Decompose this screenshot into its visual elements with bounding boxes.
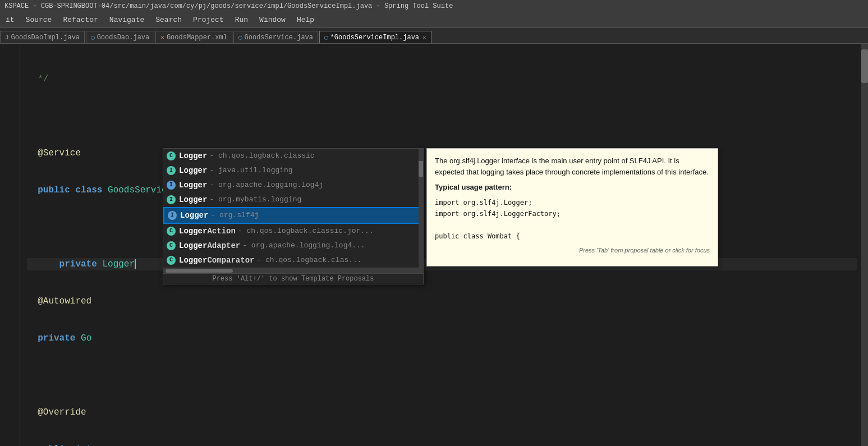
code-line-8: private Go <box>27 332 857 344</box>
menu-navigate[interactable]: Navigate <box>104 12 150 27</box>
line-num <box>4 73 17 85</box>
ac-pkg-logback: - ch.qos.logback.classic <box>209 150 314 162</box>
code-line-7: @Autowired <box>27 295 857 307</box>
ac-name-slf4j: Logger <box>180 209 208 222</box>
ac-pkg-log4j: - org.apache.logging.log4j <box>209 179 323 191</box>
line-num <box>4 48 17 61</box>
ac-pkg-mybatis: - org.mybatis.logging <box>209 194 301 206</box>
line-num <box>4 147 17 159</box>
title-text: KSPACE - CGB-SPRINGBOOT-04/src/main/java… <box>4 2 453 10</box>
line-num <box>4 85 17 98</box>
autocomplete-list: C Logger - ch.qos.logback.classic I Logg… <box>163 149 423 268</box>
ac-icon-log4j: I <box>167 181 176 190</box>
code-line-10: @Override <box>27 406 857 419</box>
ac-icon-logback: C <box>167 151 176 160</box>
ac-pkg-loggercomparator: - ch.qos.logback.clas... <box>256 254 361 266</box>
menu-help[interactable]: Help <box>291 12 320 27</box>
code-line-11: public int <box>27 443 857 446</box>
ac-vscrollbar[interactable] <box>419 149 423 268</box>
ac-pkg-loggeraction: - ch.qos.logback.classic.jor... <box>238 225 374 237</box>
ac-item-logger-log4j[interactable]: I Logger - org.apache.logging.log4j <box>163 178 423 192</box>
ac-name-loggeraction: LoggerAction <box>179 225 236 237</box>
ac-pkg-java: - java.util.logging <box>209 164 292 177</box>
tab-goodsdao[interactable]: ◯ GoodsDao.java <box>86 31 154 43</box>
ac-pkg-loggeradapter: - org.apache.logging.log4... <box>242 240 365 252</box>
ac-pkg-slf4j: - org.slf4j <box>210 209 259 222</box>
ac-item-loggeraction[interactable]: C LoggerAction - ch.qos.logback.classic.… <box>163 224 423 238</box>
doc-code-3 <box>435 220 710 230</box>
line-num <box>4 135 17 147</box>
line-num <box>4 172 17 184</box>
tab-bar: J GoodsDaoImpl.java ◯ GoodsDao.java ✕ Go… <box>0 28 868 44</box>
doc-typical-usage-title: Typical usage pattern: <box>435 182 710 193</box>
ac-name-mybatis: Logger <box>179 194 207 206</box>
tab-goodsserviceimpl[interactable]: ◯ *GoodsServiceImpl.java ✕ <box>319 31 431 43</box>
ac-vscrollbar-thumb[interactable] <box>419 161 423 177</box>
ac-icon-loggeradapter: C <box>167 241 176 250</box>
line-num <box>4 122 17 135</box>
menu-refactor[interactable]: Refactor <box>57 12 103 27</box>
ac-item-logger-java[interactable]: I Logger - java.util.logging <box>163 163 423 178</box>
doc-hint: Press 'Tab' from proposal table or click… <box>435 246 710 255</box>
line-num <box>4 61 17 73</box>
code-line-2 <box>27 110 857 122</box>
doc-popup: The org.slf4j.Logger interface is the ma… <box>426 148 718 266</box>
tab-label-goodsmapper: GoodsMapper.xml <box>167 34 227 42</box>
menu-source[interactable]: Source <box>20 12 58 27</box>
ac-item-logger-logback[interactable]: C Logger - ch.qos.logback.classic <box>163 149 423 163</box>
tab-goodsservice[interactable]: ◯ GoodsService.java <box>233 31 318 43</box>
ac-item-logger-mybatis[interactable]: I Logger - org.mybatis.logging <box>163 192 423 207</box>
editor-area: */ @Service public class GoodsServiceImp… <box>0 44 868 446</box>
tab-label-goodsservice: GoodsService.java <box>245 34 313 42</box>
line-numbers <box>0 44 20 446</box>
ac-hscrollbar-thumb[interactable] <box>166 269 233 273</box>
vertical-scrollbar[interactable] <box>861 44 868 446</box>
ac-icon-java: I <box>167 166 176 175</box>
ac-icon-mybatis: I <box>167 195 176 204</box>
tab-label-goodsserviceimpl: *GoodsServiceImpl.java <box>330 34 419 42</box>
tab-goodsdao-impl[interactable]: J GoodsDaoImpl.java <box>0 31 85 43</box>
ac-icon-slf4j: I <box>168 211 177 220</box>
ac-name-java: Logger <box>179 164 207 177</box>
ac-item-loggeradapter[interactable]: C LoggerAdapter - org.apache.logging.log… <box>163 238 423 253</box>
line-num <box>4 209 17 221</box>
ac-icon-loggeraction: C <box>167 227 176 236</box>
title-bar: KSPACE - CGB-SPRINGBOOT-04/src/main/java… <box>0 0 868 12</box>
line-num <box>4 221 17 233</box>
doc-code-1: import org.slf4j.Logger; <box>435 197 710 208</box>
menu-project[interactable]: Project <box>187 12 229 27</box>
menu-bar: it Source Refactor Navigate Search Proje… <box>0 12 868 28</box>
line-num <box>4 196 17 209</box>
doc-code-4: public class Wombat { <box>435 231 710 241</box>
autocomplete-popup[interactable]: C Logger - ch.qos.logback.classic I Logg… <box>163 148 424 284</box>
tab-label-goodsdaoimpl: GoodsDaoImpl.java <box>11 34 80 42</box>
tab-icon-goodsserviceimpl: ◯ <box>324 34 328 41</box>
menu-it[interactable]: it <box>0 12 20 27</box>
tab-icon-goodsdao: ◯ <box>91 34 95 41</box>
line-num <box>4 184 17 196</box>
ac-icon-loggercomparator: C <box>167 256 176 265</box>
tab-label-goodsdao: GoodsDao.java <box>97 34 150 42</box>
menu-window[interactable]: Window <box>254 12 291 27</box>
code-line-1: */ <box>27 73 857 85</box>
tab-icon-goodsservice: ◯ <box>238 34 242 41</box>
code-line-9 <box>27 369 857 381</box>
ac-hscrollbar[interactable] <box>163 268 423 273</box>
line-num <box>4 110 17 122</box>
ac-name-logback: Logger <box>179 150 207 162</box>
tab-goodsmapper[interactable]: ✕ GoodsMapper.xml <box>155 31 232 43</box>
doc-description: The org.slf4j.Logger interface is the ma… <box>435 155 710 177</box>
ac-item-loggercomparator[interactable]: C LoggerComparator - ch.qos.logback.clas… <box>163 253 423 268</box>
doc-code-2: import org.slf4j.LoggerFactory; <box>435 209 710 219</box>
tab-icon-goodsmapper: ✕ <box>160 34 164 41</box>
menu-run[interactable]: Run <box>229 12 254 27</box>
tab-close-goodsserviceimpl[interactable]: ✕ <box>422 34 426 41</box>
tab-icon-goodsdaoimpl: J <box>5 34 9 41</box>
menu-search[interactable]: Search <box>150 12 187 27</box>
scrollbar-thumb[interactable] <box>861 49 868 83</box>
ac-name-loggercomparator: LoggerComparator <box>179 254 254 266</box>
ac-hint: Press 'Alt+/' to show Template Proposals <box>163 273 423 284</box>
ac-name-loggeradapter: LoggerAdapter <box>179 240 240 252</box>
line-num <box>4 159 17 172</box>
ac-item-logger-slf4j[interactable]: I Logger - org.slf4j <box>163 207 423 224</box>
